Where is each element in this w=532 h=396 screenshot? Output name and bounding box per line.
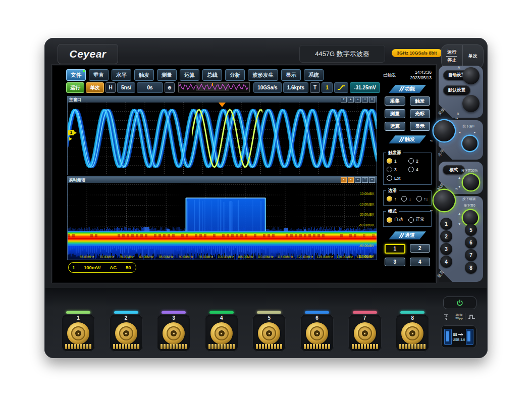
main-window-zoom-icon[interactable]: +	[355, 97, 361, 103]
radio-trigger-mode-normal[interactable]: 正常	[408, 217, 428, 223]
usb-port[interactable]	[444, 329, 452, 345]
menu-item-display[interactable]: 显示	[281, 69, 301, 81]
trigger-source-option-label: 3	[394, 167, 397, 172]
screen: 文件垂直水平触发测量运算总线分析波形发生显示系统 运行 单次 H 5ns/ 0s…	[53, 66, 435, 282]
softkey-display[interactable]: 显示	[410, 122, 431, 131]
vertical-section: ~ ~ 按下细调 按下置0 ▲ ▼ 12345678	[439, 196, 483, 282]
edge-option-label: ↓	[409, 196, 411, 202]
trigger-source-chip[interactable]: 1	[322, 82, 333, 93]
knob-b[interactable]	[462, 95, 480, 112]
key-channel-7[interactable]: 7	[465, 249, 477, 261]
menu-item-wavegen[interactable]: 波形发生	[248, 69, 278, 81]
trigger-level-marker[interactable]	[69, 137, 72, 141]
arrow-down-icon: ▼	[458, 222, 461, 226]
spectrum-window-close-icon[interactable]: ×	[369, 177, 375, 183]
softkey-acquire[interactable]: 采集	[385, 96, 405, 106]
knob-vertical-scale[interactable]	[434, 190, 455, 211]
press-fine-label: 按下细调	[455, 197, 483, 202]
knob-horizontal-scale[interactable]	[434, 120, 455, 141]
knob-horizontal-position[interactable]	[462, 136, 477, 151]
key-channel-5[interactable]: 5	[465, 224, 477, 236]
default-setup-button[interactable]: 默认设置	[443, 85, 470, 95]
single-key[interactable]: 单次	[462, 45, 484, 68]
key-channel-4[interactable]: 4	[440, 256, 452, 268]
softkey-trigger[interactable]: 触发	[410, 96, 431, 106]
trigger-slope-icon[interactable]	[334, 82, 348, 93]
horizontal-position-chip[interactable]: 0s	[137, 82, 163, 93]
menu-item-file[interactable]: 文件	[66, 69, 86, 81]
bnc-channel-8	[396, 314, 429, 352]
main-window-tile-icon[interactable]: □	[362, 97, 368, 103]
radio-edge-falling[interactable]: ↓	[401, 196, 411, 202]
radio-trigger-source-4[interactable]: 4	[408, 167, 428, 172]
channel-scale: 100mV/	[79, 265, 105, 270]
timebase-chip[interactable]: 5ns/	[117, 82, 135, 93]
knob-b-label: B	[457, 112, 459, 116]
status-bar: 运行 单次 H 5ns/ 0s ⊕ 10GSa/s 1.6kpts T 1 -3…	[66, 82, 380, 92]
bnc-contact-pins	[304, 344, 330, 349]
radio-dot	[387, 175, 392, 181]
spectrum-window-zoom-icon[interactable]: +	[355, 177, 361, 183]
main-window-expand-icon[interactable]: ▸	[348, 97, 354, 103]
key-channel-1[interactable]: 1	[440, 218, 452, 230]
power-button[interactable]	[443, 296, 476, 309]
single-status-button[interactable]: 单次	[86, 82, 104, 93]
slash-icon	[400, 233, 404, 238]
acquisition-preview[interactable]	[178, 82, 250, 92]
trigger-position-marker[interactable]	[219, 103, 226, 107]
spectrum-plot[interactable]: 65.00MHz70.00MHz75.00MHz80.00MHz85.00MHz…	[68, 183, 377, 260]
waveform-plot[interactable]: 1	[68, 103, 377, 175]
menu-item-bus[interactable]: 总线	[202, 69, 222, 81]
main-window-close-icon[interactable]: ×	[369, 97, 375, 103]
softkey-measure[interactable]: 测量	[385, 109, 405, 118]
model-title: 4457G 数字示波器	[299, 45, 385, 63]
key-channel-8[interactable]: 8	[465, 262, 477, 274]
menu-item-trigger[interactable]: 触发	[134, 69, 154, 81]
knob-a[interactable]	[462, 67, 480, 84]
channel-marker[interactable]: 1	[68, 130, 74, 135]
main-window-collapse-icon[interactable]: ▾	[341, 97, 347, 103]
run-stop-key[interactable]: 运行 停止	[442, 45, 462, 68]
radio-trigger-source-1[interactable]: 1	[387, 158, 406, 164]
spectrum-window-expand-icon[interactable]: ▸	[348, 177, 354, 183]
soft-channel-3[interactable]: 3	[385, 258, 405, 266]
spectrum-window-collapse-icon[interactable]: ▾	[341, 177, 347, 183]
spectrum-window-tile-icon[interactable]: □	[362, 177, 368, 183]
run-status-button[interactable]: 运行	[66, 82, 84, 93]
key-channel-3[interactable]: 3	[440, 243, 452, 255]
radio-trigger-source-ext[interactable]: Ext	[387, 175, 406, 181]
radio-trigger-source-3[interactable]: 3	[387, 167, 406, 172]
key-channel-2[interactable]: 2	[440, 230, 452, 242]
menu-item-math[interactable]: 运算	[180, 69, 199, 81]
radio-trigger-mode-auto[interactable]: 自动	[387, 217, 406, 223]
usb-port[interactable]	[466, 329, 473, 345]
key-channel-6[interactable]: 6	[465, 236, 477, 249]
bnc-channel-7	[348, 314, 382, 352]
knob-trigger-level[interactable]	[463, 174, 479, 190]
zoom-icon[interactable]: ⊕	[165, 82, 175, 93]
radio-edge-either[interactable]: ↑↓	[416, 196, 429, 202]
soft-channel-4[interactable]: 4	[410, 258, 431, 266]
svg-text:-110.00dBV: -110.00dBV	[357, 255, 375, 258]
usb-ss-label: SS	[453, 333, 457, 336]
knob-vertical-position[interactable]	[463, 210, 478, 225]
menu-item-vertical[interactable]: 垂直	[89, 69, 109, 81]
horizontal-label: H	[105, 82, 116, 93]
svg-text:100.00MHz: 100.00MHz	[218, 255, 234, 259]
menu-item-measure[interactable]: 测量	[157, 69, 177, 81]
arrow-down-icon: ▼	[458, 185, 461, 188]
menu-item-horizontal[interactable]: 水平	[112, 69, 131, 81]
menu-item-system[interactable]: 系统	[304, 69, 324, 81]
radio-edge-rising[interactable]: ↑	[387, 196, 396, 202]
soft-channel-1[interactable]: 1	[385, 244, 405, 254]
trigger-level-chip[interactable]: -31.25mV	[350, 82, 380, 93]
softkey-cursor[interactable]: 光标	[410, 109, 431, 118]
soft-channel-2[interactable]: 2	[410, 244, 431, 253]
menu-item-analysis[interactable]: 分析	[225, 69, 245, 81]
softkey-math[interactable]: 运算	[385, 122, 405, 131]
run-single-key-group: 运行 停止 单次	[441, 44, 484, 68]
radio-trigger-source-2[interactable]: 2	[408, 158, 428, 164]
channel-button-grid: 1234	[382, 244, 433, 266]
trigger-header: 触发	[389, 135, 426, 143]
channel-readout[interactable]: 1 100mV/ AC 50	[68, 262, 136, 273]
